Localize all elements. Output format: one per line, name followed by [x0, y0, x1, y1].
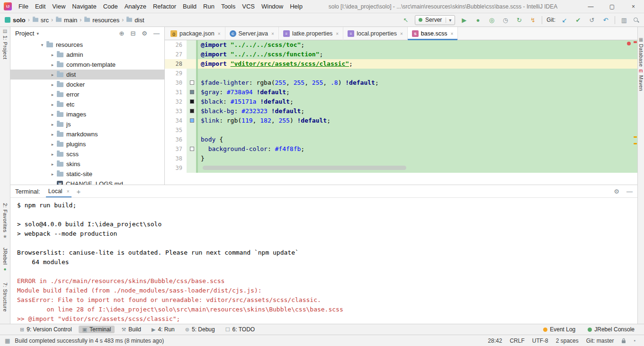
toolwindow-button-event-log[interactable]: Event Log: [539, 326, 579, 333]
menu-vcs[interactable]: VCS: [239, 0, 258, 13]
select-opened-file-icon[interactable]: ⊕: [119, 30, 125, 37]
menu-tools[interactable]: Tools: [218, 0, 239, 13]
menu-refactor[interactable]: Refactor: [150, 0, 179, 13]
collapse-all-icon[interactable]: ⊟: [130, 30, 135, 37]
chevron-right-icon[interactable]: ▸: [49, 162, 56, 167]
search-everywhere-icon[interactable]: [633, 17, 639, 23]
menu-file[interactable]: File: [15, 0, 32, 13]
toolwindow-button-5-debug[interactable]: ⊚5: Debug: [181, 326, 219, 333]
tree-item-images[interactable]: ▸images: [10, 109, 164, 119]
stripe-database[interactable]: ▦Database: [638, 37, 644, 67]
menu-code[interactable]: Code: [100, 0, 121, 13]
terminal-output[interactable]: $ npm run build; > solo@4.0.0 build I:\i…: [10, 198, 637, 324]
tab-server-java[interactable]: CServer.java×: [225, 27, 279, 40]
git-branch[interactable]: Git: master: [586, 337, 614, 344]
close-icon[interactable]: ×: [271, 31, 274, 36]
chevron-right-icon[interactable]: ▸: [49, 92, 56, 97]
toolwindow-button-terminal[interactable]: ▣Terminal: [79, 326, 115, 333]
menu-analyze[interactable]: Analyze: [121, 0, 150, 13]
commit-icon[interactable]: ✔: [573, 17, 583, 24]
breadcrumb-project[interactable]: solo: [5, 17, 26, 24]
file-encoding[interactable]: UTF-8: [532, 337, 548, 344]
settings-gear-icon[interactable]: ⚙: [142, 30, 147, 37]
minimize-button[interactable]: —: [580, 0, 601, 13]
menu-edit[interactable]: Edit: [32, 0, 49, 13]
chevron-right-icon[interactable]: ▸: [49, 112, 56, 117]
tree-item-js[interactable]: ▸js: [10, 119, 164, 129]
close-button[interactable]: ×: [623, 0, 644, 13]
chevron-right-icon[interactable]: ▸: [49, 82, 56, 87]
toolwindow-button-9-version-control[interactable]: ⊞9: Version Control: [16, 326, 76, 333]
menu-navigate[interactable]: Navigate: [69, 0, 99, 13]
tree-item-static-site[interactable]: ▸static-site: [10, 169, 164, 179]
error-indicator[interactable]: [627, 42, 631, 45]
debug-icon[interactable]: ●: [473, 17, 483, 24]
menu-view[interactable]: View: [49, 0, 69, 13]
editor-body[interactable]: 26@import "../../../scss/toc";27@import …: [165, 40, 637, 185]
tree-item-skins[interactable]: ▸skins: [10, 159, 164, 169]
navigate-back-icon[interactable]: ↖: [401, 17, 411, 24]
chevron-down-icon[interactable]: ▾: [36, 31, 39, 36]
hotswap-icon[interactable]: ↯: [528, 17, 537, 24]
warning-stripe-mark-1[interactable]: [634, 136, 637, 138]
code-line-26[interactable]: 26@import "../../../scss/toc";: [165, 40, 637, 50]
chevron-down-icon[interactable]: ▾: [39, 43, 45, 47]
stripe-structure[interactable]: 7: Structure: [0, 283, 10, 312]
chevron-right-icon[interactable]: ▸: [49, 132, 56, 137]
update-project-icon[interactable]: ↙: [560, 17, 569, 24]
close-icon[interactable]: ×: [336, 31, 339, 36]
code-line-31[interactable]: 31$gray: #738a94 !default;: [165, 88, 637, 97]
chevron-right-icon[interactable]: ▸: [49, 142, 56, 147]
code-line-33[interactable]: 33$black-bg: #232323 !default;: [165, 106, 637, 116]
chevron-right-icon[interactable]: ▸: [49, 62, 56, 67]
code-line-29[interactable]: 29: [165, 69, 637, 78]
stripe-favorites[interactable]: 2: Favorites★: [0, 203, 10, 239]
breadcrumb-item-src[interactable]: src: [32, 17, 49, 24]
menu-run[interactable]: Run: [200, 0, 218, 13]
maximize-button[interactable]: ▢: [601, 0, 623, 13]
tab-latke-properties[interactable]: ≡latke.properties×: [279, 27, 343, 40]
tree-item-dist[interactable]: ▸dist: [10, 70, 164, 80]
chevron-right-icon[interactable]: ▸: [49, 152, 56, 157]
profiler-icon[interactable]: ◷: [501, 17, 510, 24]
tree-item-docker[interactable]: ▸docker: [10, 80, 164, 89]
caret-position[interactable]: 28:42: [488, 337, 502, 344]
tab-base-scss[interactable]: Sbase.scss×: [408, 27, 458, 40]
run-icon[interactable]: ▶: [459, 17, 469, 24]
chevron-right-icon[interactable]: ▸: [49, 122, 56, 127]
tree-item-scss[interactable]: ▸scss: [10, 149, 164, 159]
breadcrumb-item-dist[interactable]: dist: [126, 17, 144, 24]
history-icon[interactable]: ↺: [587, 17, 597, 24]
code-line-28[interactable]: 28@import "vditor/src/assets/scss/classi…: [165, 59, 637, 69]
new-terminal-button[interactable]: +: [76, 187, 80, 195]
chevron-right-icon[interactable]: ▸: [49, 172, 56, 177]
code-line-27[interactable]: 27@import "../../../scss/function";: [165, 50, 637, 59]
stripe-jrebel[interactable]: JRebel●: [0, 248, 10, 272]
code-line-34[interactable]: 34$link: rgb(119, 182, 255) !default;: [165, 116, 637, 125]
tree-item-admin[interactable]: ▸admin: [10, 50, 164, 60]
update-application-icon[interactable]: ↻: [514, 17, 524, 24]
run-config-select[interactable]: Server ▾: [415, 15, 455, 25]
stripe-maven[interactable]: mMaven: [638, 69, 644, 91]
chevron-right-icon[interactable]: ▸: [49, 102, 56, 107]
indent-setting[interactable]: 2 spaces: [556, 337, 579, 344]
tree-item-markdowns[interactable]: ▸markdowns: [10, 129, 164, 139]
close-icon[interactable]: ×: [400, 31, 403, 36]
hide-panel-icon[interactable]: —: [626, 188, 633, 195]
code-line-32[interactable]: 32$black: #15171a !default;: [165, 97, 637, 106]
restore-layout-icon[interactable]: ▥: [619, 17, 629, 24]
code-line-30[interactable]: 30$fade-lighter: rgba(255, 255, 255, .8)…: [165, 78, 637, 88]
code-line-37[interactable]: 37 background-color: #f4f8fb;: [165, 144, 637, 154]
indicator-icon[interactable]: ▪: [634, 338, 635, 343]
status-message[interactable]: Build completed successfully in 4 s 483 …: [15, 337, 164, 344]
code-line-35[interactable]: 35: [165, 125, 637, 135]
menu-window[interactable]: Window: [258, 0, 286, 13]
chevron-right-icon[interactable]: ▸: [49, 72, 56, 77]
tree-item-etc[interactable]: ▸etc: [10, 99, 164, 109]
toolwindow-button-build[interactable]: ⚒Build: [117, 326, 145, 333]
line-separator[interactable]: CRLF: [510, 337, 524, 344]
menu-build[interactable]: Build: [179, 0, 200, 13]
tree-item-error[interactable]: ▸error: [10, 89, 164, 99]
toolwindow-switcher-icon[interactable]: ▦: [5, 337, 10, 344]
tree-item-common-template[interactable]: ▸common-template: [10, 60, 164, 70]
